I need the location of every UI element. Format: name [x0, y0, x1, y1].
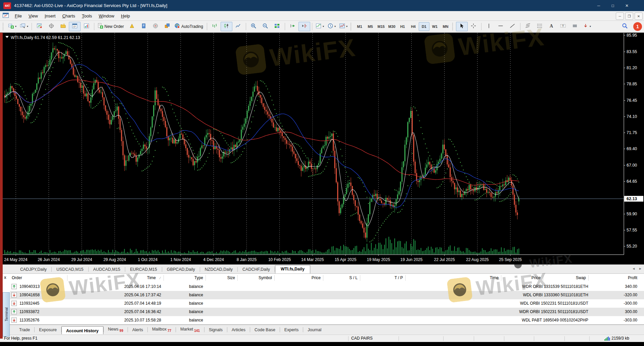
- timeframe-m5[interactable]: M5: [365, 22, 376, 31]
- tab-market[interactable]: Market141: [176, 325, 204, 335]
- tab-signals[interactable]: Signals: [204, 326, 227, 334]
- profiles-button[interactable]: ▾: [18, 22, 30, 31]
- table-row[interactable]: 1109324452025.07.04 14:48:19balanceWDL O…: [10, 299, 644, 308]
- tab-articles[interactable]: Articles: [227, 326, 250, 334]
- chart-tab-audcad[interactable]: AUDCAD,M15: [89, 266, 125, 273]
- tab-mailbox[interactable]: Mailbox77: [148, 325, 176, 335]
- tab-alerts[interactable]: Alerts: [128, 326, 147, 334]
- maximize-button[interactable]: □: [606, 0, 620, 11]
- column-header-swap[interactable]: Swap: [562, 274, 586, 282]
- new-chart-button[interactable]: ▾: [6, 22, 18, 31]
- menu-item-view[interactable]: View: [25, 12, 41, 20]
- menu-item-window[interactable]: Window: [95, 12, 118, 20]
- timeframe-m30[interactable]: M30: [386, 22, 397, 31]
- column-header-price[interactable]: Price: [297, 274, 321, 282]
- horizontal-line-tool-button[interactable]: [495, 22, 507, 31]
- timeframe-d1[interactable]: D1: [419, 22, 429, 31]
- child-restore-button[interactable]: ❐: [625, 12, 633, 20]
- terminal-button[interactable]: [69, 22, 81, 31]
- tab-experts[interactable]: Experts: [280, 326, 303, 334]
- minimize-button[interactable]: ─: [592, 0, 606, 11]
- timeframe-m15[interactable]: M15: [376, 22, 386, 31]
- menu-item-charts[interactable]: Charts: [59, 12, 78, 20]
- menu-item-insert[interactable]: Insert: [41, 12, 59, 20]
- bar-chart-button[interactable]: [209, 22, 221, 31]
- market-watch-button[interactable]: [34, 22, 45, 31]
- candlestick-chart-button[interactable]: [221, 22, 232, 31]
- timeframe-h4[interactable]: H4: [408, 22, 419, 31]
- tab-journal[interactable]: Journal: [303, 326, 326, 334]
- cursor-tool-button[interactable]: [456, 22, 468, 31]
- autotrading-button[interactable]: AutoTrading: [173, 22, 205, 31]
- chart-tab-nzdcad[interactable]: NZDCAD,Daily: [200, 266, 237, 273]
- tab-scroll-right-icon[interactable]: ►: [639, 267, 642, 270]
- column-header-size[interactable]: Size: [215, 274, 235, 282]
- close-button[interactable]: ✕: [620, 0, 634, 11]
- new-order-button[interactable]: New Order: [96, 22, 126, 31]
- column-header-time2[interactable]: Time: [458, 274, 499, 282]
- data-window-button[interactable]: [45, 22, 57, 31]
- copy-button[interactable]: [161, 22, 173, 31]
- chart-tab-cadchf[interactable]: CADCHF,Daily: [238, 266, 275, 273]
- table-row[interactable]: 1090416582025.04.16 17:37:42balanceWDL O…: [10, 291, 644, 300]
- autoscroll-button[interactable]: [287, 22, 298, 31]
- tab-news[interactable]: News99: [104, 325, 128, 335]
- strategy-tester-button[interactable]: [81, 22, 92, 31]
- scripts-button[interactable]: [138, 22, 149, 31]
- column-header-tp[interactable]: T / P: [383, 274, 403, 282]
- channel-tool-button[interactable]: [534, 22, 546, 31]
- terminal-close-icon[interactable]: x: [4, 275, 6, 280]
- zoom-out-button[interactable]: [260, 22, 271, 31]
- timeframe-m1[interactable]: M1: [354, 22, 365, 31]
- notification-badge[interactable]: 1: [633, 22, 642, 31]
- column-header-profit[interactable]: Profit: [610, 274, 637, 282]
- tab-account-history[interactable]: Account History: [61, 326, 103, 334]
- timeframe-w1[interactable]: W1: [429, 22, 440, 31]
- menu-item-file[interactable]: File: [11, 12, 25, 20]
- crosshair-tool-button[interactable]: [468, 22, 479, 31]
- shapes-tool-button[interactable]: [569, 22, 581, 31]
- price-chart[interactable]: 85.9583.5581.2078.8576.4574.1071.7569.40…: [0, 33, 644, 265]
- vertical-line-tool-button[interactable]: [483, 22, 495, 31]
- navigator-button[interactable]: [57, 22, 69, 31]
- child-close-button[interactable]: ✕: [635, 12, 643, 20]
- templates-button[interactable]: ▾: [337, 22, 349, 31]
- chart-shift-button[interactable]: [298, 22, 310, 31]
- column-header-symbol[interactable]: Symbol: [245, 274, 272, 282]
- tab-trade[interactable]: Trade: [15, 326, 34, 334]
- table-row[interactable]: 1090403132025.04.16 17:10:14balanceWDR O…: [10, 283, 644, 291]
- status-profile[interactable]: CAD PAIRS: [351, 336, 373, 341]
- chart-tab-usdcad[interactable]: USDCAD,M15: [52, 266, 88, 273]
- fibonacci-tool-button[interactable]: [522, 22, 534, 31]
- expert-advisors-button[interactable]: [126, 22, 138, 31]
- column-header-type[interactable]: Type: [183, 274, 203, 282]
- terminal-side-tab[interactable]: Terminal: [3, 292, 10, 337]
- search-button[interactable]: [619, 22, 631, 31]
- zoom-in-button[interactable]: [248, 22, 260, 31]
- column-header-time[interactable]: Time: [94, 274, 156, 282]
- chart-tab-cadjpy[interactable]: CADJPY,Daily: [15, 266, 51, 273]
- column-header-order[interactable]: Order: [12, 274, 22, 282]
- menu-item-tools[interactable]: Tools: [79, 12, 95, 20]
- column-header-sl[interactable]: S / L: [337, 274, 358, 282]
- chart-tab-wti.fs[interactable]: WTI.fs,Daily: [275, 265, 310, 273]
- periods-button[interactable]: ▾: [326, 22, 337, 31]
- tab-scroll-left-icon[interactable]: ◄: [632, 267, 635, 270]
- timeframe-mn[interactable]: MN: [440, 22, 451, 31]
- chart-tab-gbpcad[interactable]: GBPCAD,Daily: [162, 266, 200, 273]
- table-row[interactable]: 1109338722025.07.04 16:36:42balanceWDR O…: [10, 308, 644, 316]
- column-header-price2[interactable]: Price: [517, 274, 541, 282]
- tab-exposure[interactable]: Exposure: [35, 326, 61, 334]
- chart-tab-eurcad[interactable]: EURCAD,M15: [125, 266, 162, 273]
- child-minimize-button[interactable]: ─: [616, 12, 624, 20]
- text-tool-button[interactable]: A: [546, 22, 557, 31]
- market-button[interactable]: [149, 22, 161, 31]
- indicators-button[interactable]: ▾: [314, 22, 326, 31]
- label-tool-button[interactable]: T: [557, 22, 569, 31]
- table-row[interactable]: 1133526762025.10.07 15:58:28balanceWDL P…: [10, 316, 644, 325]
- trendline-tool-button[interactable]: [507, 22, 518, 31]
- arrows-tool-button[interactable]: ▾: [581, 22, 593, 31]
- timeframe-h1[interactable]: H1: [397, 22, 408, 31]
- tab-code-base[interactable]: Code Base: [250, 326, 280, 334]
- line-chart-button[interactable]: [232, 22, 244, 31]
